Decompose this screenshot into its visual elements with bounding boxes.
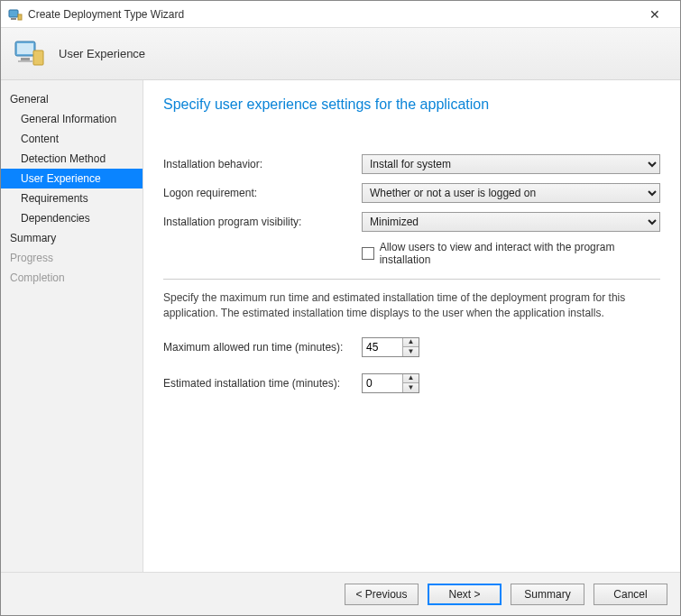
svg-rect-0 xyxy=(9,10,18,17)
nav-group-summary[interactable]: Summary xyxy=(1,228,143,248)
program-visibility-label: Installation program visibility: xyxy=(163,216,362,228)
computer-icon xyxy=(14,38,46,70)
previous-button[interactable]: < Previous xyxy=(345,584,419,605)
max-runtime-stepper[interactable]: ▲ ▼ xyxy=(362,337,419,357)
nav-group-general[interactable]: General xyxy=(1,89,143,109)
cancel-button[interactable]: Cancel xyxy=(594,584,667,605)
banner-title: User Experience xyxy=(59,47,145,60)
logon-requirement-label: Logon requirement: xyxy=(163,187,362,199)
next-button[interactable]: Next > xyxy=(428,584,502,605)
est-time-up-icon[interactable]: ▲ xyxy=(403,374,419,384)
nav-item-user-experience[interactable]: User Experience xyxy=(1,169,143,188)
max-runtime-label: Maximum allowed run time (minutes): xyxy=(163,341,362,354)
window-title: Create Deployment Type Wizard xyxy=(28,8,637,21)
summary-button[interactable]: Summary xyxy=(511,584,584,605)
svg-rect-2 xyxy=(18,14,22,20)
divider xyxy=(163,279,660,280)
nav-group-completion: Completion xyxy=(1,268,143,288)
install-behavior-label: Installation behavior: xyxy=(163,158,362,170)
banner: User Experience xyxy=(1,28,680,80)
time-description: Specify the maximum run time and estimat… xyxy=(163,290,650,321)
svg-rect-7 xyxy=(33,51,43,65)
nav-item-general-information[interactable]: General Information xyxy=(1,109,143,129)
allow-interact-label: Allow users to view and interact with th… xyxy=(380,241,660,266)
est-time-label: Estimated installation time (minutes): xyxy=(163,377,362,390)
nav-item-dependencies[interactable]: Dependencies xyxy=(1,208,143,228)
est-time-stepper[interactable]: ▲ ▼ xyxy=(362,373,419,393)
page-heading: Specify user experience settings for the… xyxy=(163,97,660,113)
nav-group-progress: Progress xyxy=(1,248,143,268)
close-button[interactable]: ✕ xyxy=(637,7,673,22)
svg-rect-4 xyxy=(17,43,33,54)
app-icon xyxy=(8,7,23,22)
max-runtime-input[interactable] xyxy=(363,338,402,356)
max-runtime-up-icon[interactable]: ▲ xyxy=(403,338,419,348)
nav-item-content[interactable]: Content xyxy=(1,129,143,149)
main-panel: Specify user experience settings for the… xyxy=(143,80,680,572)
max-runtime-down-icon[interactable]: ▼ xyxy=(403,347,419,356)
allow-interact-checkbox[interactable] xyxy=(362,247,374,260)
est-time-input[interactable] xyxy=(363,374,402,392)
svg-rect-6 xyxy=(18,60,32,62)
titlebar: Create Deployment Type Wizard ✕ xyxy=(1,1,680,28)
program-visibility-select[interactable]: Minimized xyxy=(362,212,660,232)
footer: < Previous Next > Summary Cancel xyxy=(1,572,680,615)
nav-item-requirements[interactable]: Requirements xyxy=(1,188,143,208)
logon-requirement-select[interactable]: Whether or not a user is logged on xyxy=(362,183,660,203)
nav-item-detection-method[interactable]: Detection Method xyxy=(1,149,143,169)
sidebar: General General Information Content Dete… xyxy=(1,80,143,572)
install-behavior-select[interactable]: Install for system xyxy=(362,154,660,174)
wizard-window: Create Deployment Type Wizard ✕ User Exp… xyxy=(0,0,681,616)
wizard-body: General General Information Content Dete… xyxy=(1,80,680,572)
svg-rect-5 xyxy=(21,58,30,60)
svg-rect-1 xyxy=(11,18,16,20)
est-time-down-icon[interactable]: ▼ xyxy=(403,383,419,392)
